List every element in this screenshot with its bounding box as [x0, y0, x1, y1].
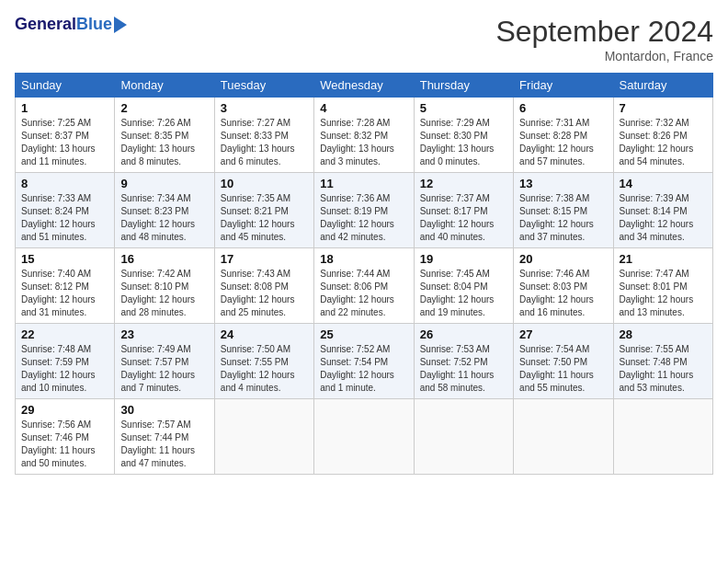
- day-cell: 17Sunrise: 7:43 AMSunset: 8:08 PMDayligh…: [214, 248, 313, 324]
- day-info: Sunrise: 7:42 AMSunset: 8:10 PMDaylight:…: [120, 268, 208, 319]
- day-number: 25: [320, 327, 407, 341]
- day-number: 19: [420, 252, 507, 266]
- day-number: 22: [21, 327, 108, 341]
- day-info: Sunrise: 7:26 AMSunset: 8:35 PMDaylight:…: [120, 117, 208, 168]
- day-info: Sunrise: 7:39 AMSunset: 8:14 PMDaylight:…: [620, 192, 707, 244]
- day-number: 23: [120, 327, 208, 341]
- day-info: Sunrise: 7:45 AMSunset: 8:04 PMDaylight:…: [420, 268, 507, 319]
- day-cell: 6Sunrise: 7:31 AMSunset: 8:28 PMDaylight…: [514, 98, 613, 173]
- day-cell: 21Sunrise: 7:47 AMSunset: 8:01 PMDayligh…: [613, 248, 712, 324]
- title-area: September 2024 Montardon, France: [495, 15, 713, 63]
- day-info: Sunrise: 7:57 AMSunset: 7:44 PMDaylight:…: [120, 419, 208, 470]
- day-info: Sunrise: 7:44 AMSunset: 8:06 PMDaylight:…: [320, 268, 407, 319]
- header: General Blue September 2024 Montardon, F…: [15, 15, 713, 63]
- day-info: Sunrise: 7:49 AMSunset: 7:57 PMDaylight:…: [120, 343, 208, 395]
- day-info: Sunrise: 7:55 AMSunset: 7:48 PMDaylight:…: [620, 343, 707, 395]
- col-header-friday: Friday: [514, 74, 613, 98]
- day-number: 4: [320, 101, 407, 115]
- logo: General Blue: [15, 15, 127, 34]
- day-cell: 23Sunrise: 7:49 AMSunset: 7:57 PMDayligh…: [115, 324, 214, 399]
- day-info: Sunrise: 7:40 AMSunset: 8:12 PMDaylight:…: [21, 268, 108, 319]
- day-info: Sunrise: 7:28 AMSunset: 8:32 PMDaylight:…: [320, 117, 407, 168]
- day-cell: [214, 399, 313, 475]
- day-number: 12: [420, 177, 507, 190]
- day-info: Sunrise: 7:34 AMSunset: 8:23 PMDaylight:…: [120, 192, 208, 244]
- logo-text-general: General: [15, 15, 76, 34]
- day-cell: [414, 399, 513, 475]
- col-header-monday: Monday: [115, 74, 214, 98]
- day-cell: 1Sunrise: 7:25 AMSunset: 8:37 PMDaylight…: [16, 98, 115, 173]
- col-header-saturday: Saturday: [613, 74, 712, 98]
- day-cell: 2Sunrise: 7:26 AMSunset: 8:35 PMDaylight…: [115, 98, 214, 173]
- day-info: Sunrise: 7:52 AMSunset: 7:54 PMDaylight:…: [320, 343, 407, 395]
- day-cell: 30Sunrise: 7:57 AMSunset: 7:44 PMDayligh…: [115, 399, 214, 475]
- day-cell: 13Sunrise: 7:38 AMSunset: 8:15 PMDayligh…: [514, 173, 613, 248]
- calendar-table: SundayMondayTuesdayWednesdayThursdayFrid…: [15, 73, 713, 475]
- day-number: 26: [420, 327, 507, 341]
- day-cell: 18Sunrise: 7:44 AMSunset: 8:06 PMDayligh…: [314, 248, 414, 324]
- header-row: SundayMondayTuesdayWednesdayThursdayFrid…: [16, 74, 713, 98]
- month-title: September 2024: [495, 15, 713, 49]
- day-cell: 12Sunrise: 7:37 AMSunset: 8:17 PMDayligh…: [414, 173, 513, 248]
- day-number: 13: [519, 177, 607, 190]
- day-number: 2: [120, 101, 208, 115]
- day-cell: 27Sunrise: 7:54 AMSunset: 7:50 PMDayligh…: [514, 324, 613, 399]
- day-cell: 24Sunrise: 7:50 AMSunset: 7:55 PMDayligh…: [214, 324, 313, 399]
- day-cell: 15Sunrise: 7:40 AMSunset: 8:12 PMDayligh…: [16, 248, 115, 324]
- day-number: 29: [21, 403, 108, 417]
- day-info: Sunrise: 7:27 AMSunset: 8:33 PMDaylight:…: [221, 117, 308, 168]
- day-info: Sunrise: 7:50 AMSunset: 7:55 PMDaylight:…: [221, 343, 308, 395]
- day-info: Sunrise: 7:38 AMSunset: 8:15 PMDaylight:…: [519, 192, 607, 244]
- day-info: Sunrise: 7:29 AMSunset: 8:30 PMDaylight:…: [420, 117, 507, 168]
- day-info: Sunrise: 7:37 AMSunset: 8:17 PMDaylight:…: [420, 192, 507, 244]
- day-cell: 22Sunrise: 7:48 AMSunset: 7:59 PMDayligh…: [16, 324, 115, 399]
- day-info: Sunrise: 7:32 AMSunset: 8:26 PMDaylight:…: [620, 117, 707, 168]
- day-number: 15: [21, 252, 108, 266]
- day-cell: 26Sunrise: 7:53 AMSunset: 7:52 PMDayligh…: [414, 324, 513, 399]
- day-number: 21: [620, 252, 707, 266]
- day-cell: 4Sunrise: 7:28 AMSunset: 8:32 PMDaylight…: [314, 98, 414, 173]
- day-number: 17: [221, 252, 308, 266]
- day-number: 14: [620, 177, 707, 190]
- day-cell: 7Sunrise: 7:32 AMSunset: 8:26 PMDaylight…: [613, 98, 712, 173]
- day-number: 6: [519, 101, 607, 115]
- day-cell: [514, 399, 613, 475]
- day-info: Sunrise: 7:35 AMSunset: 8:21 PMDaylight:…: [221, 192, 308, 244]
- day-info: Sunrise: 7:54 AMSunset: 7:50 PMDaylight:…: [519, 343, 607, 395]
- day-info: Sunrise: 7:48 AMSunset: 7:59 PMDaylight:…: [21, 343, 108, 395]
- day-cell: [613, 399, 712, 475]
- day-cell: 8Sunrise: 7:33 AMSunset: 8:24 PMDaylight…: [16, 173, 115, 248]
- day-info: Sunrise: 7:31 AMSunset: 8:28 PMDaylight:…: [519, 117, 607, 168]
- day-info: Sunrise: 7:33 AMSunset: 8:24 PMDaylight:…: [21, 192, 108, 244]
- week-row-3: 15Sunrise: 7:40 AMSunset: 8:12 PMDayligh…: [16, 248, 713, 324]
- logo-arrow-icon: [114, 17, 127, 33]
- day-number: 28: [620, 327, 707, 341]
- day-number: 18: [320, 252, 407, 266]
- day-number: 27: [519, 327, 607, 341]
- col-header-thursday: Thursday: [414, 74, 513, 98]
- day-info: Sunrise: 7:25 AMSunset: 8:37 PMDaylight:…: [21, 117, 108, 168]
- day-number: 1: [21, 101, 108, 115]
- col-header-tuesday: Tuesday: [214, 74, 313, 98]
- day-info: Sunrise: 7:56 AMSunset: 7:46 PMDaylight:…: [21, 419, 108, 470]
- day-info: Sunrise: 7:36 AMSunset: 8:19 PMDaylight:…: [320, 192, 407, 244]
- week-row-1: 1Sunrise: 7:25 AMSunset: 8:37 PMDaylight…: [16, 98, 713, 173]
- day-cell: 20Sunrise: 7:46 AMSunset: 8:03 PMDayligh…: [514, 248, 613, 324]
- logo-text-blue: Blue: [76, 15, 112, 34]
- day-cell: 10Sunrise: 7:35 AMSunset: 8:21 PMDayligh…: [214, 173, 313, 248]
- day-info: Sunrise: 7:46 AMSunset: 8:03 PMDaylight:…: [519, 268, 607, 319]
- day-number: 20: [519, 252, 607, 266]
- day-number: 16: [120, 252, 208, 266]
- day-info: Sunrise: 7:53 AMSunset: 7:52 PMDaylight:…: [420, 343, 507, 395]
- day-info: Sunrise: 7:47 AMSunset: 8:01 PMDaylight:…: [620, 268, 707, 319]
- day-number: 7: [620, 101, 707, 115]
- location: Montardon, France: [495, 49, 713, 63]
- day-number: 8: [21, 177, 108, 190]
- day-number: 9: [120, 177, 208, 190]
- day-number: 11: [320, 177, 407, 190]
- day-cell: 9Sunrise: 7:34 AMSunset: 8:23 PMDaylight…: [115, 173, 214, 248]
- day-cell: 25Sunrise: 7:52 AMSunset: 7:54 PMDayligh…: [314, 324, 414, 399]
- day-cell: 19Sunrise: 7:45 AMSunset: 8:04 PMDayligh…: [414, 248, 513, 324]
- day-number: 24: [221, 327, 308, 341]
- day-number: 10: [221, 177, 308, 190]
